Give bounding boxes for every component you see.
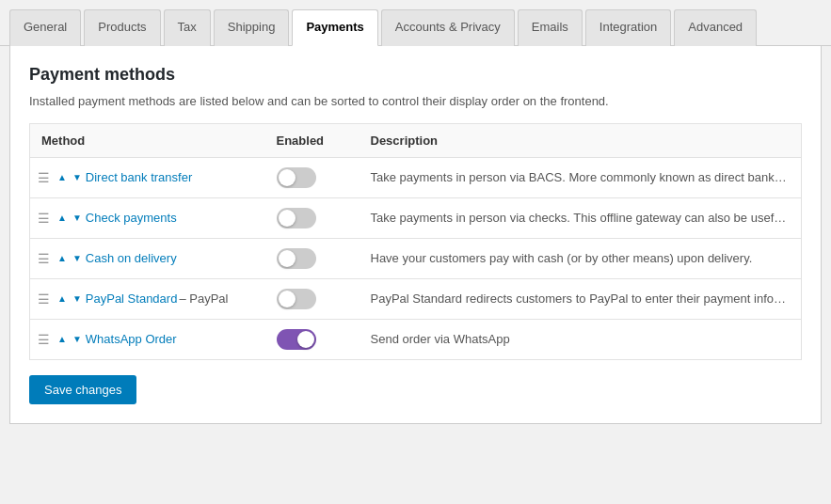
table-row: ☰▲▼Direct bank transferTake payments in … (30, 157, 802, 197)
method-link-paypal-standard[interactable]: PayPal Standard (86, 291, 178, 306)
page-description: Installed payment methods are listed bel… (29, 94, 802, 108)
method-link-check-payments[interactable]: Check payments (86, 211, 177, 225)
sort-cell-check-payments: ☰▲▼Check payments (30, 197, 265, 238)
sort-controls-paypal-standard: ☰▲▼PayPal Standard – PayPal (38, 291, 254, 307)
method-link-direct-bank-transfer[interactable]: Direct bank transfer (86, 170, 192, 184)
toggle-thumb-whatsapp-order (297, 331, 314, 348)
table-row: ☰▲▼WhatsApp OrderSend order via WhatsApp (30, 319, 802, 359)
move-up-check-payments[interactable]: ▲ (56, 213, 69, 224)
sort-controls-check-payments: ☰▲▼Check payments (38, 211, 254, 226)
toggle-track-whatsapp-order (277, 329, 316, 350)
move-up-whatsapp-order[interactable]: ▲ (56, 334, 69, 345)
drag-handle-check-payments[interactable]: ☰ (38, 211, 50, 226)
description-cell-check-payments: Take payments in person via checks. This… (360, 197, 802, 238)
enabled-cell-cash-on-delivery (265, 238, 360, 278)
description-cell-direct-bank-transfer: Take payments in person via BACS. More c… (360, 157, 802, 197)
content-area: Payment methods Installed payment method… (9, 46, 822, 424)
description-cell-cash-on-delivery: Have your customers pay with cash (or by… (360, 238, 802, 278)
toggle-cash-on-delivery[interactable] (277, 248, 316, 269)
toggle-track-direct-bank-transfer (277, 167, 316, 188)
method-subtitle-paypal-standard: – PayPal (179, 291, 228, 306)
table-row: ☰▲▼Cash on deliveryHave your customers p… (30, 238, 802, 278)
tab-general[interactable]: General (9, 9, 81, 46)
toggle-thumb-check-payments (279, 210, 296, 227)
toggle-check-payments[interactable] (277, 208, 316, 228)
drag-handle-whatsapp-order[interactable]: ☰ (38, 332, 50, 347)
tab-navigation: GeneralProductsTaxShippingPaymentsAccoun… (0, 9, 831, 46)
enabled-cell-check-payments (265, 197, 360, 238)
sort-cell-paypal-standard: ☰▲▼PayPal Standard – PayPal (30, 278, 265, 319)
sort-cell-direct-bank-transfer: ☰▲▼Direct bank transfer (30, 157, 265, 197)
enabled-cell-paypal-standard (265, 278, 360, 319)
toggle-whatsapp-order[interactable] (277, 329, 316, 350)
drag-handle-direct-bank-transfer[interactable]: ☰ (38, 170, 50, 185)
tab-shipping[interactable]: Shipping (214, 9, 290, 46)
sort-cell-cash-on-delivery: ☰▲▼Cash on delivery (30, 238, 265, 278)
enabled-cell-whatsapp-order (265, 319, 360, 359)
table-header-row: Method Enabled Description (30, 123, 802, 157)
toggle-track-check-payments (277, 208, 316, 228)
move-down-check-payments[interactable]: ▼ (71, 213, 84, 224)
method-link-whatsapp-order[interactable]: WhatsApp Order (86, 332, 177, 346)
payment-rows-body: ☰▲▼Direct bank transferTake payments in … (30, 157, 802, 359)
payment-methods-table: Method Enabled Description ☰▲▼Direct ban… (29, 123, 802, 360)
enabled-cell-direct-bank-transfer (265, 157, 360, 197)
th-description: Description (360, 123, 802, 157)
page-wrapper: GeneralProductsTaxShippingPaymentsAccoun… (0, 0, 831, 504)
table-row: ☰▲▼PayPal Standard – PayPalPayPal Standa… (30, 278, 802, 319)
sort-controls-direct-bank-transfer: ☰▲▼Direct bank transfer (38, 170, 254, 185)
move-down-direct-bank-transfer[interactable]: ▼ (71, 172, 84, 183)
table-row: ☰▲▼Check paymentsTake payments in person… (30, 197, 802, 238)
description-cell-whatsapp-order: Send order via WhatsApp (360, 319, 802, 359)
move-down-cash-on-delivery[interactable]: ▼ (71, 253, 84, 264)
th-method: Method (30, 123, 265, 157)
toggle-thumb-paypal-standard (279, 291, 296, 307)
toggle-thumb-direct-bank-transfer (279, 169, 296, 186)
tab-integration[interactable]: Integration (585, 9, 671, 46)
toggle-paypal-standard[interactable] (277, 289, 316, 309)
tab-products[interactable]: Products (84, 9, 160, 46)
method-link-cash-on-delivery[interactable]: Cash on delivery (86, 251, 177, 265)
move-down-whatsapp-order[interactable]: ▼ (71, 334, 84, 345)
move-up-cash-on-delivery[interactable]: ▲ (56, 253, 69, 264)
toggle-track-paypal-standard (277, 289, 316, 309)
move-down-paypal-standard[interactable]: ▼ (71, 293, 84, 305)
tab-advanced[interactable]: Advanced (674, 9, 757, 46)
move-up-direct-bank-transfer[interactable]: ▲ (56, 172, 69, 183)
toggle-track-cash-on-delivery (277, 248, 316, 269)
save-changes-button[interactable]: Save changes (29, 375, 136, 404)
tab-payments[interactable]: Payments (292, 9, 377, 46)
toggle-thumb-cash-on-delivery (279, 250, 296, 267)
tab-accounts-privacy[interactable]: Accounts & Privacy (381, 9, 515, 46)
drag-handle-cash-on-delivery[interactable]: ☰ (38, 251, 50, 266)
drag-handle-paypal-standard[interactable]: ☰ (38, 291, 50, 307)
page-title: Payment methods (29, 65, 802, 85)
sort-cell-whatsapp-order: ☰▲▼WhatsApp Order (30, 319, 265, 359)
tab-tax[interactable]: Tax (164, 9, 211, 46)
th-enabled: Enabled (265, 123, 360, 157)
description-cell-paypal-standard: PayPal Standard redirects customers to P… (360, 278, 802, 319)
move-up-paypal-standard[interactable]: ▲ (56, 293, 69, 305)
sort-controls-whatsapp-order: ☰▲▼WhatsApp Order (38, 332, 254, 347)
sort-controls-cash-on-delivery: ☰▲▼Cash on delivery (38, 251, 254, 266)
tab-emails[interactable]: Emails (518, 9, 583, 46)
toggle-direct-bank-transfer[interactable] (277, 167, 316, 188)
